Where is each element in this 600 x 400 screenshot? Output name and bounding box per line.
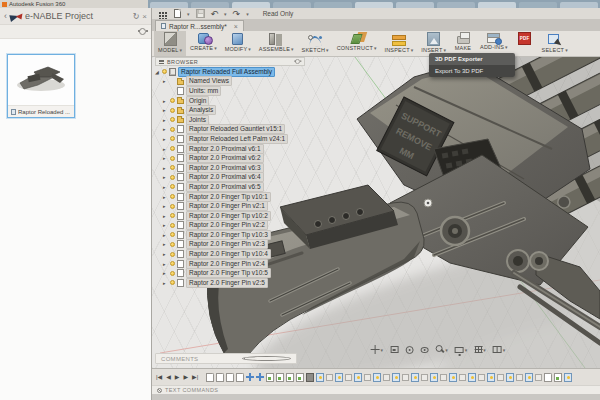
timeline-op-icon[interactable] bbox=[345, 374, 352, 381]
nav-tool[interactable]: ▾ bbox=[474, 346, 486, 353]
timeline-op-icon[interactable] bbox=[392, 373, 400, 382]
node-label[interactable]: Units: mm bbox=[186, 86, 221, 96]
browser-tree-row[interactable]: Raptor 2.0 Finger Pin v2:1 bbox=[163, 201, 305, 211]
toolbar-tab[interactable]: ▾ bbox=[512, 31, 538, 56]
chevron-down-icon[interactable]: ▾ bbox=[503, 347, 506, 353]
timeline-op-icon[interactable] bbox=[326, 374, 333, 381]
browser-tree-row[interactable]: Raptor 2.0 Finger Pin v2:4 bbox=[163, 259, 305, 269]
chevron-down-icon[interactable]: ▾ bbox=[445, 347, 448, 353]
timeline-op-icon[interactable] bbox=[306, 373, 314, 382]
expander-icon[interactable] bbox=[163, 203, 168, 209]
node-label[interactable]: Named Views bbox=[186, 76, 232, 86]
browser-tree-row[interactable]: Raptor 2.0 Finger Pin v2:2 bbox=[163, 221, 305, 231]
node-label[interactable]: Analysis bbox=[186, 105, 216, 115]
close-icon[interactable]: × bbox=[234, 23, 238, 30]
nav-tool-icon[interactable] bbox=[405, 346, 413, 354]
nav-tool[interactable]: ▾ bbox=[405, 346, 413, 354]
chevron-down-icon[interactable]: ▾ bbox=[381, 347, 384, 353]
browser-tree-row[interactable]: Raptor Reloaded Gauntlet v15:1 bbox=[163, 125, 305, 135]
timeline-op-icon[interactable] bbox=[236, 373, 244, 382]
node-label[interactable]: Raptor 2.0 Finger Tip v10:3 bbox=[186, 230, 271, 240]
browser-tree-row[interactable]: Raptor Reloaded Left Palm v24:1 bbox=[163, 134, 305, 144]
node-label[interactable]: Raptor 2.0 Finger Tip v10:2 bbox=[186, 211, 271, 221]
timeline-op-icon[interactable] bbox=[487, 373, 495, 382]
timeline-op-icon[interactable] bbox=[516, 374, 523, 381]
expander-icon[interactable] bbox=[163, 165, 168, 171]
visibility-bulb-icon[interactable] bbox=[170, 184, 175, 189]
nav-tool-icon[interactable] bbox=[493, 346, 502, 353]
nav-tool-icon[interactable] bbox=[455, 347, 464, 353]
nav-tool[interactable]: ▾ bbox=[371, 345, 384, 354]
close-panel-icon[interactable]: × bbox=[142, 12, 147, 21]
toolbar-tab[interactable]: SELECT ▾ bbox=[538, 31, 572, 56]
node-label[interactable]: Raptor 2.0 Proximal v6:1 bbox=[186, 144, 264, 154]
node-label[interactable]: Raptor Reloaded Left Palm v24:1 bbox=[186, 134, 288, 144]
expander-icon[interactable] bbox=[163, 136, 168, 142]
node-label[interactable]: Raptor 2.0 Finger Pin v2:1 bbox=[186, 201, 268, 211]
timeline-op-icon[interactable] bbox=[411, 373, 419, 382]
timeline-op-icon[interactable] bbox=[449, 373, 457, 382]
toolbar-tab[interactable]: MODIFY ▾ bbox=[221, 31, 255, 56]
visibility-bulb-icon[interactable] bbox=[170, 261, 175, 266]
timeline-op-icon[interactable] bbox=[266, 373, 274, 382]
timeline-op-icon[interactable] bbox=[286, 373, 294, 382]
node-label[interactable]: Raptor 2.0 Finger Tip v10:1 bbox=[186, 192, 271, 202]
browser-tree-row[interactable]: Raptor 2.0 Finger Tip v10:2 bbox=[163, 211, 305, 221]
expander-icon[interactable] bbox=[163, 146, 168, 152]
node-label[interactable]: Raptor 2.0 Finger Pin v2:4 bbox=[186, 259, 268, 269]
timeline-op-icon[interactable] bbox=[216, 373, 224, 382]
visibility-bulb-icon[interactable] bbox=[170, 204, 175, 209]
timeline-op-icon[interactable] bbox=[564, 373, 572, 382]
visibility-bulb-icon[interactable] bbox=[170, 271, 175, 276]
visibility-bulb-icon[interactable] bbox=[170, 223, 175, 228]
browser-tree-row[interactable]: Raptor 2.0 Finger Pin v2:3 bbox=[163, 240, 305, 250]
timeline-op-icon[interactable] bbox=[316, 373, 324, 382]
node-label[interactable]: Raptor 2.0 Finger Pin v2:3 bbox=[186, 239, 268, 249]
playback-button[interactable]: ◀ bbox=[166, 373, 171, 381]
browser-tree-row[interactable]: Raptor 2.0 Finger Tip v10:4 bbox=[163, 249, 305, 259]
browser-tree-row[interactable]: Raptor 2.0 Finger Tip v10:5 bbox=[163, 268, 305, 278]
comments-expand-icon[interactable] bbox=[242, 356, 291, 361]
expander-icon[interactable] bbox=[163, 78, 168, 84]
timeline-op-icon[interactable] bbox=[430, 373, 438, 382]
nav-tool[interactable]: ▾ bbox=[435, 345, 448, 354]
browser-tree-row[interactable]: Raptor 2.0 Finger Tip v10:3 bbox=[163, 230, 305, 240]
expander-icon[interactable] bbox=[163, 213, 168, 219]
timeline-op-icon[interactable] bbox=[440, 374, 447, 381]
expander-icon[interactable] bbox=[163, 184, 168, 190]
node-label[interactable]: Raptor 2.0 Finger Tip v10:5 bbox=[186, 268, 271, 278]
nav-tool-icon[interactable] bbox=[390, 346, 398, 353]
visibility-bulb-icon[interactable] bbox=[170, 165, 175, 170]
expander-icon[interactable] bbox=[163, 280, 168, 286]
playback-button[interactable]: |◀ bbox=[156, 373, 162, 381]
node-label[interactable]: Raptor Reloaded Gauntlet v15:1 bbox=[186, 124, 285, 134]
timeline-op-icon[interactable] bbox=[226, 373, 234, 382]
timeline-op-icon[interactable] bbox=[478, 374, 485, 381]
undo-icon[interactable]: ↶ bbox=[211, 9, 219, 19]
file-menu-icon[interactable] bbox=[174, 9, 181, 18]
timeline-op-icon[interactable] bbox=[468, 373, 476, 382]
expander-icon[interactable] bbox=[163, 241, 168, 247]
timeline-op-icon[interactable] bbox=[335, 373, 343, 382]
chevron-down-icon[interactable]: ▾ bbox=[246, 11, 249, 17]
toolbar-tab[interactable]: INSPECT ▾ bbox=[380, 31, 417, 56]
toolbar-tab[interactable]: SKETCH ▾ bbox=[298, 31, 333, 56]
expander-icon[interactable] bbox=[163, 155, 168, 161]
expander-icon[interactable] bbox=[163, 270, 168, 276]
timeline-op-icon[interactable] bbox=[373, 373, 381, 382]
timeline-op-icon[interactable] bbox=[459, 374, 466, 381]
project-card[interactable]: Raptor Reloaded ... bbox=[7, 54, 75, 118]
browser-tree-row[interactable]: Analysis bbox=[163, 105, 305, 115]
toolbar-tab[interactable]: MODEL ▾ bbox=[154, 31, 186, 56]
node-label[interactable]: Raptor Reloaded Full Assembly bbox=[178, 67, 275, 77]
node-label[interactable]: Raptor 2.0 Proximal v6:2 bbox=[186, 153, 264, 163]
toolbar-tab[interactable]: ASSEMBLE ▾ bbox=[255, 31, 298, 56]
node-label[interactable]: Joints bbox=[186, 115, 209, 125]
document-tab[interactable]: Raptor R...ssembly* × bbox=[155, 20, 244, 31]
expander-icon[interactable] bbox=[163, 126, 168, 132]
visibility-bulb-icon[interactable] bbox=[170, 242, 175, 247]
timeline-op-icon[interactable] bbox=[383, 374, 390, 381]
nav-tool-icon[interactable] bbox=[474, 346, 482, 353]
node-label[interactable]: Raptor 2.0 Proximal v6:4 bbox=[186, 172, 264, 182]
visibility-bulb-icon[interactable] bbox=[170, 117, 175, 122]
